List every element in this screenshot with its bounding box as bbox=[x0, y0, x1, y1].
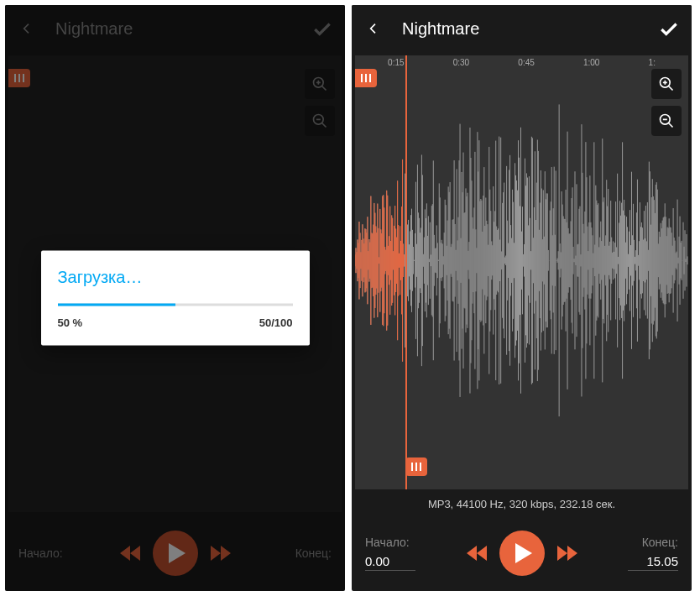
playback-controls bbox=[464, 531, 580, 576]
zoom-controls bbox=[651, 69, 682, 136]
progress-fill bbox=[58, 304, 175, 306]
playhead-line[interactable] bbox=[405, 55, 407, 489]
end-time-block: Конец: 15.05 bbox=[628, 536, 678, 571]
footer-bar: Начало: 0.00 Конец: 15.05 bbox=[352, 515, 692, 591]
tick: 1: bbox=[649, 58, 656, 67]
footer-bar: Начало: Конец: bbox=[5, 515, 345, 591]
forward-icon[interactable] bbox=[208, 541, 233, 566]
start-handle[interactable] bbox=[355, 69, 377, 87]
start-time-block: Начало: 0.00 bbox=[365, 536, 415, 571]
progress-count: 50/100 bbox=[259, 316, 293, 329]
back-icon[interactable] bbox=[365, 20, 382, 37]
rewind-icon[interactable] bbox=[118, 541, 143, 566]
zoom-in-icon[interactable] bbox=[651, 69, 682, 99]
waveform-area[interactable]: 0:15 0:30 0:45 1:00 1: bbox=[355, 55, 688, 489]
zoom-out-icon[interactable] bbox=[305, 106, 335, 136]
start-label: Начало: bbox=[365, 536, 415, 549]
zoom-in-icon[interactable] bbox=[305, 69, 335, 99]
end-value[interactable]: 15.05 bbox=[628, 554, 678, 571]
end-label: Конец: bbox=[281, 546, 332, 560]
back-icon[interactable] bbox=[18, 20, 35, 37]
checkmark-icon[interactable] bbox=[658, 18, 678, 39]
left-screen: Nightmare Начало: bbox=[5, 5, 345, 591]
page-title: Nightmare bbox=[402, 19, 638, 39]
progress-bar bbox=[58, 304, 293, 306]
header: Nightmare bbox=[352, 5, 692, 52]
progress-percent: 50 % bbox=[58, 316, 83, 329]
progress-text-row: 50 % 50/100 bbox=[58, 316, 293, 329]
end-handle[interactable] bbox=[405, 457, 427, 476]
checkmark-icon[interactable] bbox=[311, 18, 332, 39]
start-value[interactable]: 0.00 bbox=[365, 554, 415, 571]
play-button[interactable] bbox=[499, 531, 545, 576]
end-time-block: Конец: bbox=[281, 546, 332, 560]
tick: 0:30 bbox=[453, 58, 469, 67]
rewind-icon[interactable] bbox=[464, 541, 489, 566]
zoom-out-icon[interactable] bbox=[651, 106, 682, 136]
file-info-text: MP3, 44100 Hz, 320 kbps, 232.18 сек. bbox=[352, 493, 692, 515]
start-label: Начало: bbox=[18, 546, 69, 560]
loading-dialog: Загрузка… 50 % 50/100 bbox=[41, 251, 310, 346]
dialog-title: Загрузка… bbox=[58, 268, 293, 287]
forward-icon[interactable] bbox=[555, 541, 580, 566]
zoom-controls bbox=[305, 69, 335, 136]
tick: 1:00 bbox=[583, 58, 599, 67]
playback-controls bbox=[118, 531, 233, 576]
start-time-block: Начало: bbox=[18, 546, 69, 560]
header: Nightmare bbox=[5, 5, 345, 52]
page-title: Nightmare bbox=[55, 19, 291, 39]
tick: 0:45 bbox=[518, 58, 534, 67]
right-screen: Nightmare 0:15 0:30 0:45 1:00 1: MP3, 44… bbox=[352, 5, 692, 591]
play-button[interactable] bbox=[153, 531, 198, 576]
end-label: Конец: bbox=[628, 536, 678, 549]
start-handle[interactable] bbox=[8, 69, 30, 87]
tick: 0:15 bbox=[388, 58, 404, 67]
